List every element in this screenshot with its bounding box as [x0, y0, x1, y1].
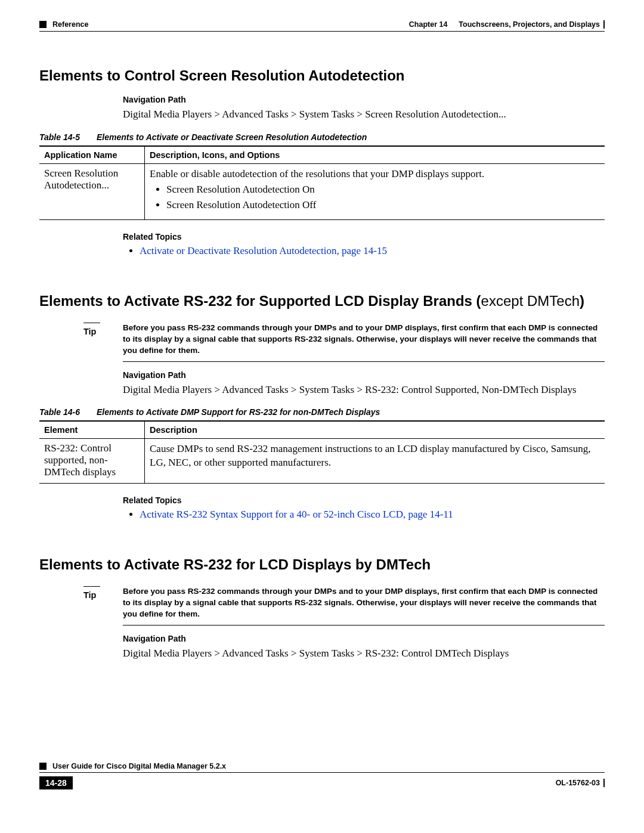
- footer-guide-title: User Guide for Cisco Digital Media Manag…: [52, 762, 226, 770]
- nav-path-label: Navigation Path: [123, 95, 605, 104]
- nav-path-text: Digital Media Players > Advanced Tasks >…: [123, 383, 605, 397]
- related-topics-label: Related Topics: [123, 496, 605, 505]
- header-chapter-title: Touchscreens, Projectors, and Displays: [459, 20, 600, 29]
- header-marker-icon: [39, 21, 47, 28]
- cell-description: Cause DMPs to send RS-232 management ins…: [145, 439, 605, 484]
- header-divider-icon: [603, 20, 605, 29]
- document-id: OL-15762-03: [556, 779, 600, 787]
- table-caption-14-6: Table 14-6Elements to Activate DMP Suppo…: [39, 407, 605, 417]
- header-section-label: Reference: [52, 20, 88, 29]
- tip-block: Tip Before you pass RS-232 commands thro…: [39, 586, 605, 625]
- running-header: Reference Chapter 14 Touchscreens, Proje…: [39, 20, 605, 32]
- related-topics-label: Related Topics: [123, 232, 605, 241]
- page-footer: User Guide for Cisco Digital Media Manag…: [39, 762, 605, 789]
- nav-path-text: Digital Media Players > Advanced Tasks >…: [123, 647, 605, 661]
- table-row: Screen Resolution Autodetection... Enabl…: [39, 163, 605, 219]
- footer-divider-icon: [603, 779, 605, 787]
- related-link[interactable]: Activate or Deactivate Resolution Autode…: [140, 245, 387, 256]
- table-row: RS-232: Control supported, non-DMTech di…: [39, 439, 605, 484]
- footer-marker-icon: [39, 763, 47, 770]
- nav-path-label: Navigation Path: [123, 370, 605, 380]
- tip-label: Tip: [39, 590, 123, 600]
- tip-block: Tip Before you pass RS-232 commands thro…: [39, 323, 605, 362]
- table-14-6: Element Description RS-232: Control supp…: [39, 420, 605, 484]
- tip-text: Before you pass RS-232 commands through …: [123, 323, 605, 357]
- cell-description: Enable or disable autodetection of the r…: [145, 163, 605, 219]
- th-description: Description: [145, 421, 605, 439]
- tip-text: Before you pass RS-232 commands through …: [123, 586, 605, 620]
- table-caption-14-5: Table 14-5Elements to Activate or Deacti…: [39, 132, 605, 142]
- section-heading-resolution: Elements to Control Screen Resolution Au…: [39, 67, 605, 84]
- page-number-badge: 14-28: [39, 776, 73, 789]
- cell-element: RS-232: Control supported, non-DMTech di…: [39, 439, 145, 484]
- section-heading-rs232-non-dmtech: Elements to Activate RS-232 for Supporte…: [39, 293, 605, 309]
- th-application-name: Application Name: [39, 146, 145, 164]
- list-item: Activate RS-232 Syntax Support for a 40-…: [140, 509, 605, 521]
- th-element: Element: [39, 421, 145, 439]
- list-item: Screen Resolution Autodetection On: [166, 184, 600, 196]
- list-item: Screen Resolution Autodetection Off: [166, 199, 600, 211]
- section-heading-rs232-dmtech: Elements to Activate RS-232 for LCD Disp…: [39, 556, 605, 573]
- nav-path-label: Navigation Path: [123, 634, 605, 643]
- tip-label: Tip: [39, 327, 123, 336]
- related-link[interactable]: Activate RS-232 Syntax Support for a 40-…: [140, 509, 453, 520]
- header-chapter-label: Chapter 14: [409, 20, 448, 29]
- cell-app-name: Screen Resolution Autodetection...: [39, 163, 145, 219]
- list-item: Activate or Deactivate Resolution Autode…: [140, 245, 605, 257]
- table-14-5: Application Name Description, Icons, and…: [39, 145, 605, 220]
- th-description: Description, Icons, and Options: [145, 146, 605, 164]
- nav-path-text: Digital Media Players > Advanced Tasks >…: [123, 108, 605, 122]
